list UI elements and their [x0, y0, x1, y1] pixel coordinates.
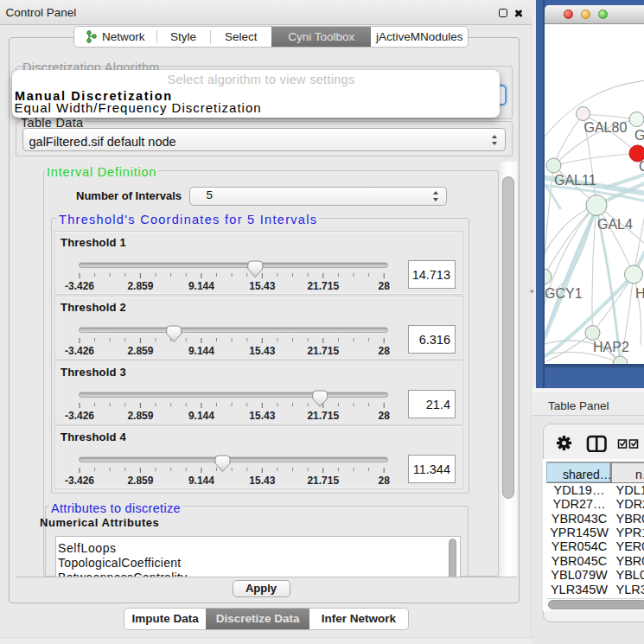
svg-text:GA: GA	[634, 128, 644, 143]
svg-text:-3.426: -3.426	[64, 280, 93, 292]
svg-text:HA: HA	[635, 285, 644, 300]
svg-text:GCY1: GCY1	[545, 286, 583, 301]
svg-text:28: 28	[378, 345, 390, 357]
svg-text:21.715: 21.715	[307, 410, 339, 422]
svg-text:-3.426: -3.426	[64, 345, 93, 357]
svg-text:9.144: 9.144	[188, 345, 214, 357]
svg-text:21.715: 21.715	[307, 475, 339, 487]
svg-text:28: 28	[378, 410, 390, 422]
svg-text:2.859: 2.859	[127, 475, 153, 487]
svg-text:21.715: 21.715	[307, 280, 339, 292]
svg-text:-3.426: -3.426	[64, 410, 93, 422]
svg-text:9.144: 9.144	[188, 475, 214, 487]
svg-text:GAL80: GAL80	[584, 120, 628, 135]
svg-text:GAL4: GAL4	[597, 216, 633, 231]
svg-text:2.859: 2.859	[127, 410, 153, 422]
svg-text:-3.426: -3.426	[64, 475, 93, 487]
svg-text:15.43: 15.43	[249, 475, 275, 487]
svg-text:9.144: 9.144	[188, 410, 214, 422]
svg-text:15.43: 15.43	[249, 345, 275, 357]
svg-text:2.859: 2.859	[127, 280, 153, 292]
svg-text:9.144: 9.144	[188, 280, 214, 292]
svg-text:15.43: 15.43	[249, 410, 275, 422]
svg-text:HAP2: HAP2	[593, 340, 629, 354]
svg-text:GAL11: GAL11	[554, 172, 596, 187]
svg-text:C: C	[639, 158, 644, 173]
svg-text:2.859: 2.859	[127, 345, 153, 357]
svg-text:15.43: 15.43	[249, 280, 275, 292]
svg-text:28: 28	[378, 280, 390, 292]
svg-text:21.715: 21.715	[307, 345, 339, 357]
svg-text:28: 28	[378, 475, 390, 487]
